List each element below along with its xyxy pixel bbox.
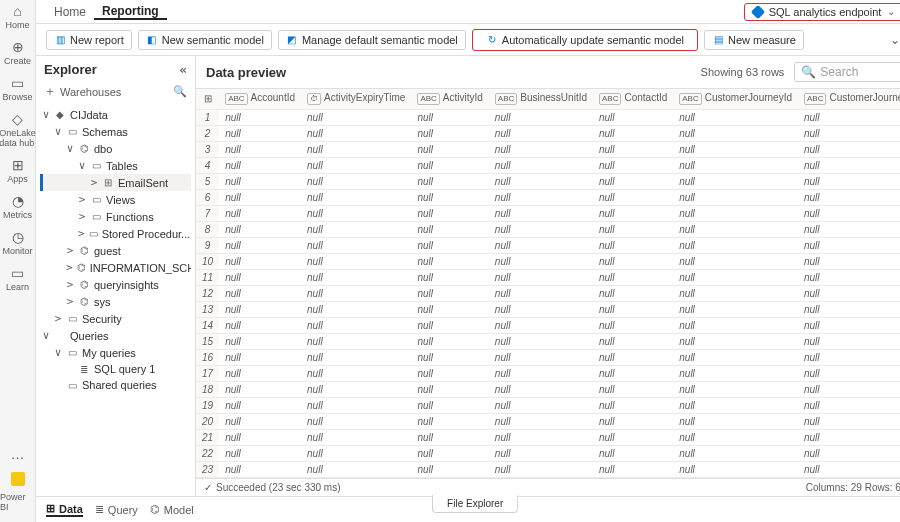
table-row[interactable]: 20nullnullnullnullnullnullnull: [196, 413, 900, 429]
search-icon[interactable]: 🔍: [173, 85, 187, 98]
table-row[interactable]: 18nullnullnullnullnullnullnull: [196, 381, 900, 397]
column-header-customerjourney[interactable]: ABCCustomerJourney: [798, 89, 900, 109]
rail-item-monitor[interactable]: ◷Monitor: [0, 230, 36, 256]
rail-item-create[interactable]: ⊕Create: [0, 40, 36, 66]
table-row[interactable]: 6nullnullnullnullnullnullnull: [196, 189, 900, 205]
new-measure-button[interactable]: ▤New measure: [704, 30, 804, 50]
table-row[interactable]: 12nullnullnullnullnullnullnull: [196, 285, 900, 301]
tree-node-views[interactable]: >▭Views: [40, 191, 191, 208]
table-row[interactable]: 19nullnullnullnullnullnullnull: [196, 397, 900, 413]
tree-node-functions[interactable]: >▭Functions: [40, 208, 191, 225]
table-row[interactable]: 10nullnullnullnullnullnullnull: [196, 253, 900, 269]
cell: null: [798, 429, 900, 445]
tree-node-sys[interactable]: >⌬sys: [40, 293, 191, 310]
twisty-icon: >: [54, 312, 62, 325]
column-header-activityid[interactable]: ABCActivityId: [411, 89, 488, 109]
table-row[interactable]: 3nullnullnullnullnullnullnull: [196, 141, 900, 157]
manage-default-model-button[interactable]: ◩Manage default semantic model: [278, 30, 466, 50]
table-row[interactable]: 23nullnullnullnullnullnullnull: [196, 461, 900, 477]
table-row[interactable]: 11nullnullnullnullnullnullnull: [196, 269, 900, 285]
add-warehouse-icon[interactable]: ＋: [44, 83, 56, 100]
table-row[interactable]: 8nullnullnullnullnullnullnull: [196, 221, 900, 237]
tree-node-dbo[interactable]: ∨⌬dbo: [40, 140, 191, 157]
rail-item-metrics[interactable]: ◔Metrics: [0, 194, 36, 220]
tree-node-shared-queries[interactable]: ▭Shared queries: [40, 377, 191, 393]
preview-search-input[interactable]: 🔍 Search: [794, 62, 900, 82]
column-header-customerjourneyid[interactable]: ABCCustomerJourneyId: [673, 89, 798, 109]
tree-node-queryinsights[interactable]: >⌬queryinsights: [40, 276, 191, 293]
file-explorer-button[interactable]: File Explorer: [432, 495, 518, 513]
twisty-icon: ∨: [54, 346, 62, 359]
table-row[interactable]: 4nullnullnullnullnullnullnull: [196, 157, 900, 173]
cell: null: [219, 445, 301, 461]
cell: null: [673, 205, 798, 221]
warehouses-label: Warehouses: [60, 86, 169, 98]
endpoint-icon: [751, 4, 765, 18]
create-icon: ⊕: [12, 40, 24, 54]
toolbar-overflow[interactable]: ⌄: [886, 33, 900, 47]
footer-tab-query[interactable]: ≣Query: [95, 502, 138, 517]
footer-tab-model[interactable]: ⌬Model: [150, 502, 194, 517]
tree-node-security[interactable]: >▭Security: [40, 310, 191, 327]
rail-item-home[interactable]: ⌂Home: [0, 4, 36, 30]
table-row[interactable]: 17nullnullnullnullnullnullnull: [196, 365, 900, 381]
tree-node-tables[interactable]: ∨▭Tables: [40, 157, 191, 174]
table-row[interactable]: 1nullnullnullnullnullnullnull: [196, 109, 900, 125]
tree-node-information-sche-[interactable]: >⌬INFORMATION_SCHE...: [40, 259, 191, 276]
table-row[interactable]: 15nullnullnullnullnullnullnull: [196, 333, 900, 349]
cell: null: [411, 189, 488, 205]
tab-home[interactable]: Home: [46, 5, 94, 19]
column-header-accountid[interactable]: ABCAccountId: [219, 89, 301, 109]
table-row[interactable]: 2nullnullnullnullnullnullnull: [196, 125, 900, 141]
tab-reporting[interactable]: Reporting: [94, 4, 167, 20]
cell: null: [301, 397, 411, 413]
tree-node-cijdata[interactable]: ∨◆CIJdata: [40, 106, 191, 123]
cell: null: [411, 173, 488, 189]
cell: null: [219, 189, 301, 205]
column-header-businessunitid[interactable]: ABCBusinessUnitId: [489, 89, 593, 109]
rail-item-browse[interactable]: ▭Browse: [0, 76, 36, 102]
node-label: sys: [94, 296, 111, 308]
table-row[interactable]: 13nullnullnullnullnullnullnull: [196, 301, 900, 317]
cell: null: [593, 333, 673, 349]
tree-node-guest[interactable]: >⌬guest: [40, 242, 191, 259]
rail-item-learn[interactable]: ▭Learn: [0, 266, 36, 292]
table-row[interactable]: 5nullnullnullnullnullnullnull: [196, 173, 900, 189]
table-row[interactable]: 7nullnullnullnullnullnullnull: [196, 205, 900, 221]
cell: null: [411, 349, 488, 365]
node-icon: ▭: [66, 347, 78, 358]
rail-item-apps[interactable]: ⊞Apps: [0, 158, 36, 184]
explorer-title: Explorer: [44, 62, 97, 77]
twisty-icon: >: [90, 176, 98, 189]
table-row[interactable]: 21nullnullnullnullnullnullnull: [196, 429, 900, 445]
rownum-header[interactable]: ⊞: [196, 89, 219, 109]
row-count-label: Showing 63 rows: [701, 66, 785, 78]
endpoint-dropdown[interactable]: SQL analytics endpoint ⌄: [744, 3, 900, 21]
table-row[interactable]: 16nullnullnullnullnullnullnull: [196, 349, 900, 365]
tree-node-schemas[interactable]: ∨▭Schemas: [40, 123, 191, 140]
cell: null: [411, 461, 488, 477]
node-label: Shared queries: [82, 379, 157, 391]
tree-node-emailsent[interactable]: >⊞EmailSent: [40, 174, 191, 191]
tree-node-stored-procedur-[interactable]: >▭Stored Procedur...: [40, 225, 191, 242]
tree-node-sql-query-1[interactable]: ≣SQL query 1: [40, 361, 191, 377]
table-row[interactable]: 9nullnullnullnullnullnullnull: [196, 237, 900, 253]
collapse-explorer-button[interactable]: «: [179, 62, 187, 77]
data-grid[interactable]: ⊞ABCAccountId⏱ActivityExpiryTimeABCActiv…: [196, 88, 900, 478]
rail-product[interactable]: Power BI: [0, 472, 35, 512]
column-header-activityexpirytime[interactable]: ⏱ActivityExpiryTime: [301, 89, 411, 109]
rail-item-onelake-data-hub[interactable]: ◇OneLake data hub: [0, 112, 36, 148]
new-semantic-model-button[interactable]: ◧New semantic model: [138, 30, 272, 50]
table-row[interactable]: 22nullnullnullnullnullnullnull: [196, 445, 900, 461]
new-report-button[interactable]: ▥New report: [46, 30, 132, 50]
cell: null: [489, 205, 593, 221]
column-header-contactid[interactable]: ABCContactId: [593, 89, 673, 109]
auto-update-model-button[interactable]: ↻Automatically update semantic model: [479, 31, 691, 49]
cell: null: [301, 189, 411, 205]
table-row[interactable]: 14nullnullnullnullnullnullnull: [196, 317, 900, 333]
twisty-icon: >: [78, 210, 86, 223]
footer-tab-data[interactable]: ⊞Data: [46, 502, 83, 517]
tree-node-my-queries[interactable]: ∨▭My queries: [40, 344, 191, 361]
rail-overflow[interactable]: …: [11, 446, 25, 462]
tree-node-queries[interactable]: ∨Queries: [40, 327, 191, 344]
